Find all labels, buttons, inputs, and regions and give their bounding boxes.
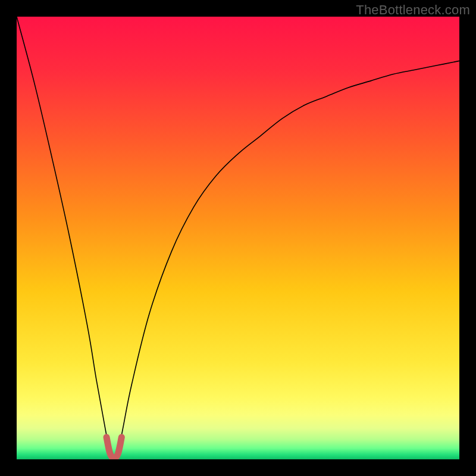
optimal-range-marker	[107, 437, 121, 458]
watermark-text: TheBottleneck.com	[356, 2, 470, 18]
plot-area	[17, 17, 459, 459]
curve-layer	[17, 17, 459, 459]
chart-frame: TheBottleneck.com	[0, 0, 476, 476]
bottleneck-curve	[17, 17, 459, 459]
